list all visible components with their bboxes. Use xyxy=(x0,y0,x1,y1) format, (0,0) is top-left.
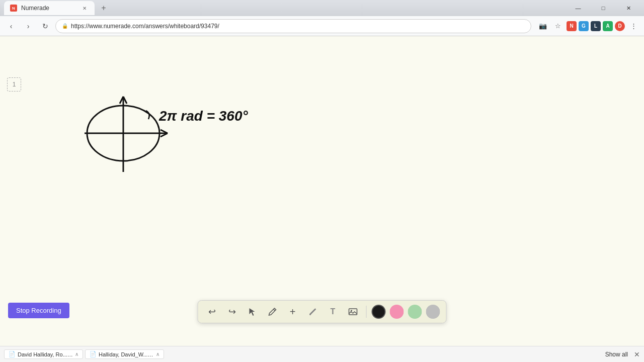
image-tool[interactable] xyxy=(345,304,361,320)
title-bar: N Numerade ✕ + — □ ✕ xyxy=(0,0,644,16)
pen-tool[interactable] xyxy=(265,304,281,320)
refresh-button[interactable]: ↻ xyxy=(38,19,52,33)
stop-recording-button[interactable]: Stop Recording xyxy=(8,303,69,318)
select-tool[interactable] xyxy=(245,304,261,320)
address-bar: ‹ › ↻ 🔒 https://www.numerade.com/answers… xyxy=(0,16,644,36)
cast-icon[interactable]: 📷 xyxy=(536,20,549,33)
tab-title: Numerade xyxy=(21,5,49,12)
browser-toolbar-icons: 📷 ☆ N G L A D ⋮ xyxy=(536,20,640,33)
minimize-button[interactable]: — xyxy=(567,0,590,16)
lock-icon: 🔒 xyxy=(62,23,68,29)
content-area: 1 2π rad = 360° xyxy=(0,36,644,346)
undo-button[interactable]: ↩ xyxy=(204,304,220,320)
pdf-icon-2: 📄 xyxy=(90,351,97,357)
close-button[interactable]: ✕ xyxy=(617,0,640,16)
ext-icon-5[interactable]: D xyxy=(615,21,625,31)
svg-line-8 xyxy=(274,309,275,311)
status-close-button[interactable]: ✕ xyxy=(634,350,640,358)
ext-icon-2[interactable]: G xyxy=(579,21,589,31)
bookmark-icon[interactable]: ☆ xyxy=(551,20,565,33)
pdf-tab-1[interactable]: 📄 David Halliday, Ro....pdf ∧ xyxy=(4,349,83,359)
text-tool[interactable]: T xyxy=(325,304,341,320)
tab-close-button[interactable]: ✕ xyxy=(80,4,89,12)
forward-button[interactable]: › xyxy=(21,19,35,33)
tab-favicon: N xyxy=(10,5,17,12)
ext-icon-3[interactable]: L xyxy=(591,21,601,31)
window-controls: — □ ✕ xyxy=(567,0,640,16)
color-green[interactable] xyxy=(408,305,422,319)
bottom-toolbar: ↩ ↪ + xyxy=(198,300,447,323)
pdf-chevron-2[interactable]: ∧ xyxy=(156,351,159,357)
status-bar: 📄 David Halliday, Ro....pdf ∧ 📄 Halliday… xyxy=(0,346,644,362)
maximize-button[interactable]: □ xyxy=(592,0,615,16)
pdf-tab-1-label: David Halliday, Ro....pdf xyxy=(18,351,73,357)
color-pink[interactable] xyxy=(390,305,404,319)
browser-tab[interactable]: N Numerade ✕ xyxy=(4,1,95,15)
add-button[interactable]: + xyxy=(285,304,301,320)
color-gray[interactable] xyxy=(426,305,440,319)
url-text: https://www.numerade.com/answers/whitebo… xyxy=(71,23,219,30)
ext-icon-1[interactable]: N xyxy=(567,21,577,31)
highlighter-tool[interactable] xyxy=(305,304,321,320)
show-all-button[interactable]: Show all xyxy=(601,350,632,359)
redo-button[interactable]: ↪ xyxy=(224,304,240,320)
browser-frame: N Numerade ✕ + — □ ✕ ‹ › ↻ 🔒 https://www… xyxy=(0,0,644,362)
url-bar[interactable]: 🔒 https://www.numerade.com/answers/white… xyxy=(55,19,531,33)
color-black[interactable] xyxy=(372,305,386,319)
toolbar-divider xyxy=(366,306,367,318)
whiteboard[interactable]: 2π rad = 360° xyxy=(0,36,644,346)
back-button[interactable]: ‹ xyxy=(4,19,18,33)
ext-icon-4[interactable]: A xyxy=(603,21,613,31)
pdf-icon-1: 📄 xyxy=(9,351,16,357)
new-tab-button[interactable]: + xyxy=(97,1,111,15)
svg-text:2π rad = 360°: 2π rad = 360° xyxy=(158,108,248,124)
svg-rect-9 xyxy=(349,309,357,315)
pdf-tab-2-label: Halliday, David_W....pdf xyxy=(99,351,154,357)
pdf-tab-2[interactable]: 📄 Halliday, David_W....pdf ∧ xyxy=(85,349,164,359)
drawing-canvas: 2π rad = 360° xyxy=(0,36,644,346)
menu-icon[interactable]: ⋮ xyxy=(627,20,640,33)
pdf-chevron-1[interactable]: ∧ xyxy=(75,351,78,357)
